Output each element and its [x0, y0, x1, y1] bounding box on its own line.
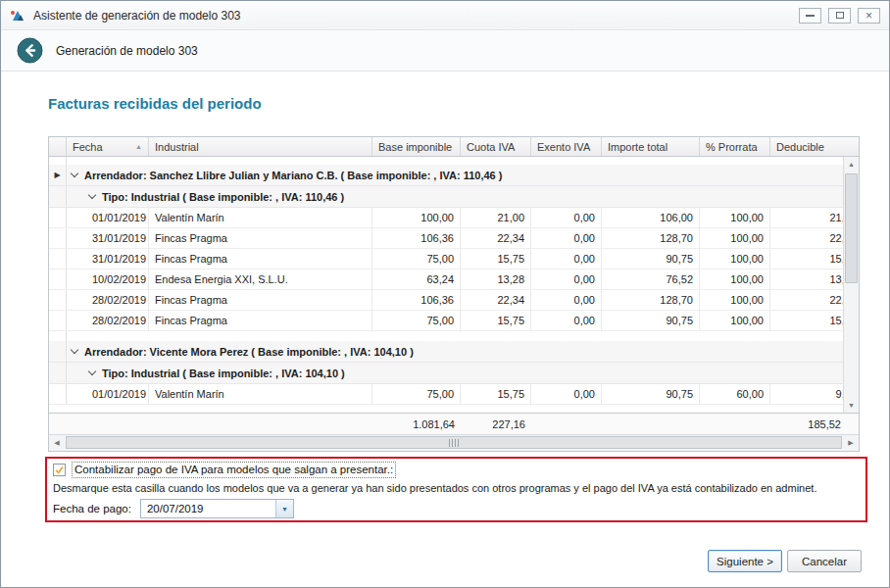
- scroll-left-button[interactable]: ◀: [49, 435, 65, 451]
- cell-fecha: 28/02/2019: [67, 290, 149, 310]
- column-header-industrial[interactable]: Industrial: [149, 137, 372, 156]
- siguiente-button[interactable]: Siguiente >: [708, 550, 782, 572]
- cell-prorrata: 100,00: [700, 228, 770, 248]
- column-header-label: Exento IVA: [537, 141, 590, 153]
- grid-header-row: Fecha▲IndustrialBase imponibleCuota IVAE…: [49, 137, 859, 157]
- cell-exento: 0,00: [531, 208, 602, 227]
- column-header-label: % Prorrata: [706, 141, 758, 153]
- column-header-importe[interactable]: Importe total: [602, 137, 700, 156]
- cell-importe: 90,75: [602, 384, 700, 404]
- cell-fecha: 01/01/2019: [67, 208, 149, 227]
- group-content: Tipo: Industrial ( Base imponible: , IVA…: [67, 186, 859, 207]
- horizontal-scrollbar-thumb[interactable]: [66, 436, 842, 449]
- column-header-label: Deducible: [776, 141, 824, 153]
- fecha-pago-value[interactable]: 20/07/2019: [141, 500, 275, 517]
- cell-base: 106,36: [372, 290, 461, 310]
- cell-cuota: 15,75: [461, 384, 531, 404]
- grid-data-row[interactable]: 28/02/2019Fincas Pragma75,0015,750,0090,…: [49, 311, 859, 331]
- iva-options-panel: Contabilizar pago de IVA para modelos qu…: [45, 457, 867, 522]
- collapse-chevron-icon[interactable]: [71, 347, 79, 356]
- horizontal-scrollbar[interactable]: ◀ ▶: [49, 434, 859, 451]
- checkmark-icon: [54, 464, 65, 476]
- vertical-scrollbar[interactable]: ▲ ▼: [843, 157, 859, 413]
- row-indicator-cell: ▶: [49, 165, 67, 185]
- column-header-prorrata[interactable]: % Prorrata: [700, 137, 770, 156]
- minimize-button[interactable]: [799, 8, 821, 24]
- back-button[interactable]: [17, 37, 43, 64]
- grid-subgroup-row[interactable]: Tipo: Industrial ( Base imponible: , IVA…: [49, 186, 859, 208]
- cell-base: 106,36: [372, 228, 461, 248]
- maximize-icon: [836, 12, 844, 19]
- contabilizar-pago-checkbox[interactable]: [53, 464, 66, 476]
- grid-data-row[interactable]: 31/01/2019Fincas Pragma106,3622,340,0012…: [49, 228, 859, 249]
- scroll-down-button[interactable]: ▼: [844, 398, 859, 413]
- cell-fecha: 01/01/2019: [67, 384, 149, 404]
- collapse-chevron-icon[interactable]: [88, 192, 97, 201]
- column-header-base[interactable]: Base imponible: [372, 137, 461, 156]
- row-indicator-cell: [49, 311, 67, 330]
- cell-importe: 128,70: [602, 290, 700, 310]
- wizard-header: Generación de modelo 303: [1, 30, 889, 72]
- scroll-down-icon: ▼: [848, 402, 855, 409]
- cell-importe: 76,52: [602, 270, 700, 289]
- cell-fecha: 10/02/2019: [67, 270, 149, 289]
- cell-prorrata: 100,00: [700, 249, 770, 269]
- column-header-cuota[interactable]: Cuota IVA: [461, 137, 531, 156]
- fecha-pago-input[interactable]: 20/07/2019 ▼: [140, 499, 294, 518]
- column-header-exento[interactable]: Exento IVA: [531, 137, 602, 156]
- cell-industrial: Fincas Pragma: [149, 249, 372, 269]
- cell-base: 63,24: [372, 270, 461, 289]
- grid-data-row[interactable]: 10/02/2019Endesa Energia XXI, S.L.U.63,2…: [49, 270, 859, 290]
- total-deducible: 185,52: [770, 414, 859, 434]
- checkbox-help-text: Desmarque esta casilla cuando los modelo…: [53, 482, 816, 494]
- grid-group-row[interactable]: Arrendador: Vicente Mora Perez ( Base im…: [49, 341, 859, 363]
- grid-data-row[interactable]: 01/01/2019Valentín Marín75,0015,750,0090…: [49, 384, 859, 405]
- summary-empty-cell: [602, 414, 700, 434]
- column-header-label: Base imponible: [378, 141, 452, 153]
- group-content: Arrendador: Sanchez Llibre Julian y Mari…: [67, 165, 859, 185]
- maximize-button[interactable]: [828, 8, 851, 24]
- cell-exento: 0,00: [531, 249, 602, 269]
- scroll-up-icon: ▲: [848, 161, 855, 168]
- content-area: Facturas recibidas del periodo Fecha▲Ind…: [1, 72, 889, 587]
- summary-empty-cell: [49, 414, 67, 434]
- wizard-window: Asistente de generación de modelo 303 × …: [0, 0, 890, 588]
- page-title: Facturas recibidas del periodo: [48, 95, 262, 112]
- group-content: Arrendador: Vicente Mora Perez ( Base im…: [67, 341, 859, 362]
- row-indicator-cell: [49, 157, 67, 165]
- column-header-label: Importe total: [608, 141, 668, 153]
- checkbox-row: Contabilizar pago de IVA para modelos qu…: [53, 462, 396, 478]
- cell-cuota: 15,75: [461, 249, 531, 269]
- cancelar-button[interactable]: Cancelar: [787, 550, 862, 572]
- scrollbar-grip-icon: [449, 439, 460, 447]
- column-header-deducible[interactable]: Deducible: [770, 137, 859, 156]
- cell-exento: 0,00: [531, 384, 602, 404]
- collapse-chevron-icon[interactable]: [71, 171, 79, 179]
- grid-subgroup-row[interactable]: Tipo: Industrial ( Base imponible: , IVA…: [49, 363, 859, 384]
- invoices-grid: Fecha▲IndustrialBase imponibleCuota IVAE…: [48, 136, 860, 452]
- dropdown-arrow-icon: ▼: [281, 506, 288, 513]
- cell-prorrata: 100,00: [700, 311, 770, 330]
- grid-spacer-row: [49, 331, 859, 341]
- grid-data-row[interactable]: 28/02/2019Fincas Pragma106,3622,340,0012…: [49, 290, 859, 311]
- collapse-chevron-icon[interactable]: [88, 368, 97, 377]
- grid-data-row[interactable]: 01/01/2019Valentín Marín100,0021,000,001…: [49, 208, 859, 228]
- grid-data-row[interactable]: 31/01/2019Fincas Pragma75,0015,750,0090,…: [49, 249, 859, 270]
- wizard-step-title: Generación de modelo 303: [56, 44, 198, 58]
- grid-group-row[interactable]: ▶Arrendador: Sanchez Llibre Julian y Mar…: [49, 165, 859, 186]
- cell-base: 75,00: [372, 384, 461, 404]
- scroll-right-button[interactable]: ▶: [843, 435, 859, 451]
- cell-exento: 0,00: [531, 290, 602, 310]
- contabilizar-pago-checkbox-label[interactable]: Contabilizar pago de IVA para modelos qu…: [72, 462, 396, 478]
- cell-exento: 0,00: [531, 228, 602, 248]
- column-header-fecha[interactable]: Fecha▲: [67, 137, 149, 156]
- row-indicator-cell: [49, 249, 67, 269]
- window-title: Asistente de generación de modelo 303: [33, 9, 799, 23]
- fecha-pago-dropdown-button[interactable]: ▼: [275, 500, 293, 517]
- close-button[interactable]: ×: [858, 8, 880, 24]
- scroll-up-button[interactable]: ▲: [844, 157, 859, 172]
- vertical-scrollbar-thumb[interactable]: [845, 173, 858, 283]
- grid-body: ▶Arrendador: Sanchez Llibre Julian y Mar…: [49, 157, 859, 413]
- group-content: Tipo: Industrial ( Base imponible: , IVA…: [67, 363, 859, 383]
- header-indicator-cell: [49, 137, 67, 156]
